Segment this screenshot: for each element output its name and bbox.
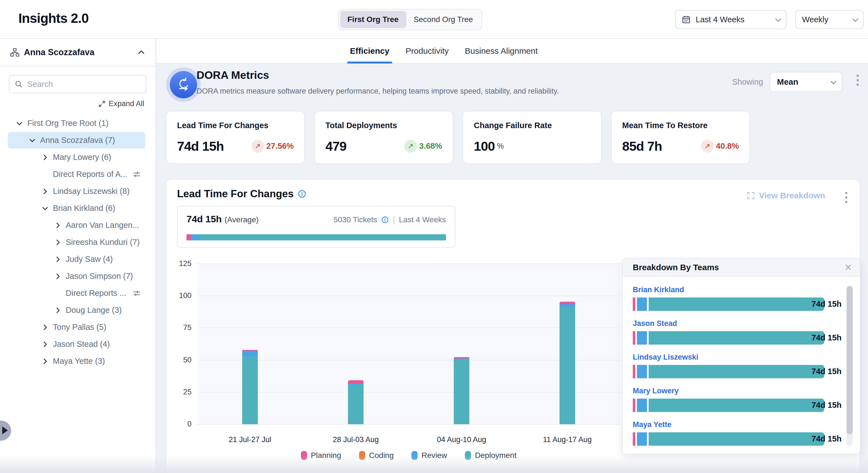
chevron-down-icon — [852, 16, 858, 22]
team-name-link[interactable]: Jason Stead — [633, 319, 837, 328]
team-bar-planning-segment — [633, 297, 635, 311]
close-icon[interactable]: × — [845, 262, 851, 273]
sidebar-item-first-org-tree-root-1[interactable]: First Org Tree Root (1) — [0, 115, 155, 132]
granularity-select[interactable]: Weekly — [795, 10, 864, 29]
team-bar-review-segment — [637, 398, 647, 412]
team-bar-deployment-segment — [649, 331, 824, 345]
chevron-down-icon[interactable] — [41, 204, 53, 213]
team-stacked-bar: 74d 15h — [633, 365, 824, 378]
chevron-right-icon[interactable] — [41, 357, 53, 366]
trend-up-arrow-icon: ↗ — [404, 140, 417, 153]
chart-gridline — [197, 360, 620, 360]
sidebar-item-jason-stead-4[interactable]: Jason Stead (4) — [0, 336, 155, 353]
sidebar-item-jason-simpson-7[interactable]: Jason Simpson (7) — [0, 268, 155, 285]
metric-card-value-row: 479↗3.68% — [326, 139, 442, 154]
legend-item-planning[interactable]: Planning — [301, 451, 341, 460]
sidebar-item-doug-lange-3[interactable]: Doug Lange (3) — [0, 302, 155, 319]
chevron-right-icon[interactable] — [41, 187, 53, 196]
chevron-down-icon[interactable] — [28, 136, 40, 145]
chevron-right-icon[interactable] — [41, 339, 53, 349]
tab-efficiency[interactable]: Efficiency — [350, 39, 390, 63]
view-breakdown-button[interactable]: View Breakdown — [747, 191, 825, 200]
chevron-right-icon[interactable] — [54, 238, 66, 247]
panel-kebab-menu-icon[interactable] — [845, 192, 847, 203]
legend-swatch — [465, 451, 471, 460]
trend-up-arrow-icon: ↗ — [251, 140, 264, 153]
x-axis-tick-label: 11 Aug-17 Aug — [515, 435, 620, 444]
sidebar-header[interactable]: Anna Scozzafava — [0, 39, 155, 66]
chevron-right-icon[interactable] — [41, 153, 53, 162]
sidebar-item-sireesha-kunduri-7[interactable]: Sireesha Kunduri (7) — [0, 234, 155, 251]
tab-label: Business Alignment — [465, 46, 538, 56]
tab-label: Productivity — [406, 46, 449, 56]
dora-section-title: DORA Metrics — [196, 69, 269, 81]
chart-gridline — [197, 392, 620, 392]
content-area: DORA Metrics DORA metrics measure softwa… — [156, 64, 868, 473]
dora-section-description: DORA metrics measure software delivery p… — [196, 87, 559, 95]
second-org-tree-button[interactable]: Second Org Tree — [406, 11, 480, 28]
y-axis-tick-label: 100 — [170, 291, 191, 300]
sidebar-item-tony-pallas-5[interactable]: Tony Pallas (5) — [0, 319, 155, 336]
tab-business-alignment[interactable]: Business Alignment — [465, 39, 538, 63]
sidebar-item-brian-kirkland-6[interactable]: Brian Kirkland (6) — [0, 200, 155, 217]
sidebar-item-direct-reports[interactable]: Direct Reports ... — [0, 285, 155, 302]
sidebar-item-anna-scozzafava-7[interactable]: Anna Scozzafava (7) — [0, 132, 155, 149]
sidebar-item-mary-lowery-6[interactable]: Mary Lowery (6) — [0, 149, 155, 166]
y-axis-tick-label: 125 — [170, 259, 191, 268]
chart-bar-1 — [242, 350, 258, 424]
showing-mean-select[interactable]: Mean — [770, 72, 842, 92]
info-icon[interactable] — [381, 216, 389, 224]
bar-segment-review — [560, 304, 575, 307]
scrollbar-thumb[interactable] — [846, 286, 853, 434]
chevron-right-icon[interactable] — [54, 255, 66, 264]
org-tree: First Org Tree Root (1)Anna Scozzafava (… — [0, 115, 155, 369]
metric-card-mean-time-to-restore: Mean Time To Restore85d 7h↗40.8% — [611, 111, 750, 164]
search-input[interactable] — [27, 79, 141, 89]
legend-item-review[interactable]: Review — [411, 451, 447, 460]
chevron-placeholder — [54, 289, 66, 298]
chevron-right-icon[interactable] — [54, 305, 66, 315]
chevron-right-icon[interactable] — [54, 272, 66, 281]
team-name-link[interactable]: Brian Kirkland — [633, 286, 837, 294]
metric-delta-badge: ↗40.8% — [701, 140, 739, 153]
legend-item-coding[interactable]: Coding — [359, 451, 394, 460]
team-bar-deployment-segment — [649, 432, 824, 446]
summary-separator: | — [393, 215, 395, 225]
sidebar-item-aaron-van-langen[interactable]: Aaron Van Langen... — [0, 217, 155, 234]
lead-time-summary-card: 74d 15h (Average) 5030 Tickets — [177, 206, 456, 248]
scrollbar-track — [846, 286, 853, 446]
metric-delta-value: 40.8% — [716, 142, 739, 151]
summary-bar-segment-planning — [187, 234, 191, 240]
chevron-right-icon[interactable] — [54, 220, 66, 230]
granularity-value: Weekly — [802, 15, 829, 24]
chart-gridline — [197, 296, 620, 296]
chevron-down-icon[interactable] — [16, 119, 27, 128]
chevron-up-icon[interactable] — [138, 50, 144, 56]
sidebar-search — [9, 75, 147, 93]
filter-sliders-icon[interactable] — [132, 170, 141, 179]
dora-kebab-menu-icon[interactable] — [857, 75, 859, 86]
org-tree-toggle: First Org Tree Second Org Tree — [338, 9, 482, 30]
expand-all-button[interactable]: Expand All — [0, 99, 144, 108]
team-name-link[interactable]: Maya Yette — [633, 420, 837, 429]
date-range-select[interactable]: Last 4 Weeks — [675, 10, 786, 29]
tab-productivity[interactable]: Productivity — [406, 39, 449, 63]
sidebar-owner-name: Anna Scozzafava — [24, 47, 94, 57]
sidebar-item-lindsay-liszewski-8[interactable]: Lindsay Liszewski (8) — [0, 183, 155, 200]
info-icon[interactable] — [298, 189, 307, 198]
sidebar-item-maya-yette-3[interactable]: Maya Yette (3) — [0, 353, 155, 369]
showing-label: Showing — [732, 78, 763, 87]
team-name-link[interactable]: Lindsay Liszewski — [633, 353, 837, 361]
expand-all-label: Expand All — [108, 99, 144, 108]
chevron-right-icon[interactable] — [41, 323, 53, 332]
filter-sliders-icon[interactable] — [132, 289, 141, 297]
team-name-link[interactable]: Mary Lowery — [633, 387, 837, 395]
breakdown-team-row: Maya Yette74d 15h — [633, 420, 837, 446]
legend-item-deployment[interactable]: Deployment — [465, 451, 517, 460]
sidebar-item-judy-saw-4[interactable]: Judy Saw (4) — [0, 251, 155, 268]
expand-icon — [747, 191, 755, 200]
sidebar-item-direct-reports-of-a[interactable]: Direct Reports of A... — [0, 166, 155, 183]
trend-up-arrow-icon: ↗ — [701, 140, 714, 153]
first-org-tree-button[interactable]: First Org Tree — [340, 11, 406, 28]
team-bar-review-segment — [637, 365, 647, 378]
